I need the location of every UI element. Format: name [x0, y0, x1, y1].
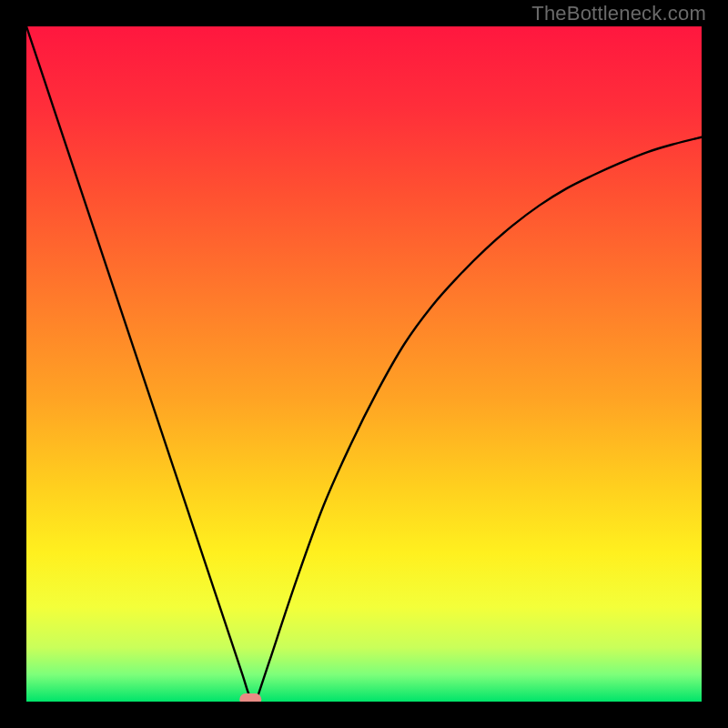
- chart-background: [26, 26, 702, 702]
- outer-frame: TheBottleneck.com: [0, 0, 728, 728]
- watermark-text: TheBottleneck.com: [531, 2, 706, 25]
- bottleneck-chart: [26, 26, 702, 702]
- optimal-marker: [239, 693, 261, 702]
